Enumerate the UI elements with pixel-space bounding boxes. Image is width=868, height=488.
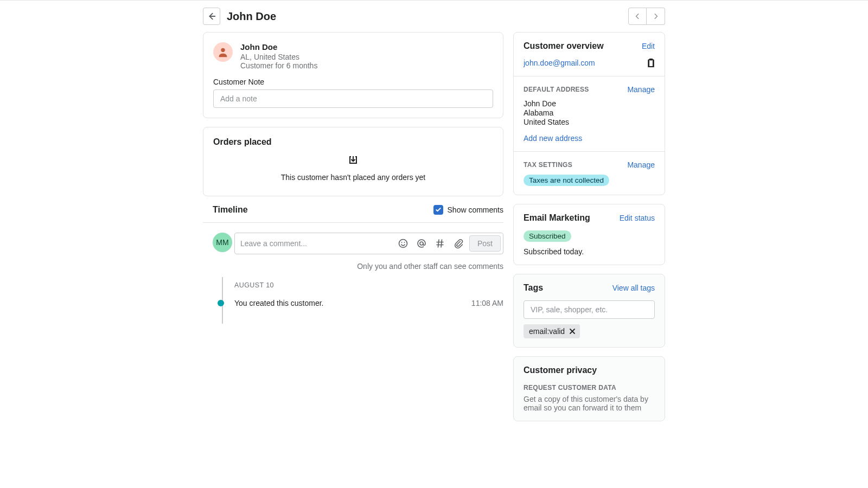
timeline-dot-icon: [218, 300, 224, 306]
tags-title: Tags: [524, 283, 543, 293]
customer-name: John Doe: [240, 42, 317, 52]
chevron-left-icon: [634, 12, 641, 20]
orders-empty-text: This customer hasn't placed any orders y…: [213, 173, 493, 182]
address-heading: DEFAULT ADDRESS: [524, 86, 589, 93]
tax-heading: TAX SETTINGS: [524, 161, 572, 169]
marketing-badge: Subscribed: [524, 230, 571, 242]
chevron-right-icon: [652, 12, 660, 20]
svg-rect-6: [650, 59, 653, 61]
timeline-item: You created this customer. 11:08 AM: [218, 299, 503, 307]
timeline-title: Timeline: [213, 205, 248, 215]
marketing-edit-link[interactable]: Edit status: [620, 214, 655, 222]
prev-button[interactable]: [628, 8, 647, 25]
svg-point-1: [399, 240, 407, 248]
clipboard-icon[interactable]: [647, 59, 655, 67]
show-comments-label: Show comments: [448, 206, 503, 214]
comment-box: Post: [234, 233, 503, 254]
overview-card: Customer overview Edit john.doe@gmail.co…: [513, 32, 665, 195]
timeline-date: AUGUST 10: [234, 281, 503, 289]
timeline-item-text: You created this customer.: [234, 299, 471, 307]
privacy-card: Customer privacy REQUEST CUSTOMER DATA G…: [513, 356, 665, 421]
post-button[interactable]: Post: [469, 235, 501, 252]
overview-edit-link[interactable]: Edit: [642, 42, 655, 50]
back-button[interactable]: [203, 8, 220, 25]
remove-tag-button[interactable]: [569, 328, 576, 335]
customer-location: AL, United States: [240, 53, 317, 61]
note-input[interactable]: [213, 89, 493, 108]
close-icon: [569, 328, 576, 335]
avatar: [213, 42, 233, 62]
svg-point-0: [221, 48, 225, 52]
tax-manage-link[interactable]: Manage: [627, 160, 655, 169]
overview-title: Customer overview: [524, 41, 604, 51]
orders-title: Orders placed: [213, 137, 493, 147]
svg-point-2: [401, 242, 403, 243]
note-label: Customer Note: [213, 78, 493, 86]
timeline-section: Timeline Show comments MM: [203, 205, 503, 307]
profile-card: John Doe AL, United States Customer for …: [203, 32, 503, 118]
page-title: John Doe: [227, 10, 276, 23]
emoji-icon[interactable]: [395, 236, 411, 251]
show-comments-toggle[interactable]: Show comments: [433, 205, 503, 215]
arrow-left-icon: [207, 11, 216, 21]
marketing-card: Email Marketing Edit status Subscribed S…: [513, 204, 665, 265]
marketing-note: Subscribed today.: [524, 247, 655, 256]
tag-label: email:valid: [529, 327, 565, 336]
address-line: United States: [524, 118, 655, 126]
svg-point-3: [404, 242, 405, 243]
inbox-icon: [213, 155, 493, 165]
orders-card: Orders placed This customer hasn't place…: [203, 127, 503, 196]
marketing-title: Email Marketing: [524, 213, 590, 223]
checkbox-checked-icon: [433, 205, 443, 215]
comment-input[interactable]: [240, 239, 392, 248]
view-all-tags-link[interactable]: View all tags: [612, 284, 655, 292]
address-line: John Doe: [524, 99, 655, 108]
tax-badge: Taxes are not collected: [524, 175, 609, 186]
address-manage-link[interactable]: Manage: [627, 85, 655, 94]
tags-card: Tags View all tags email:valid: [513, 274, 665, 348]
privacy-request-heading: REQUEST CUSTOMER DATA: [524, 384, 655, 391]
svg-point-4: [420, 242, 423, 245]
timeline-item-time: 11:08 AM: [471, 299, 503, 307]
attachment-icon[interactable]: [451, 236, 466, 251]
address-line: Alabama: [524, 108, 655, 117]
tag-chip: email:valid: [524, 324, 580, 338]
customer-tenure: Customer for 6 months: [240, 61, 317, 70]
comment-visibility-note: Only you and other staff can see comment…: [234, 262, 503, 271]
staff-avatar: MM: [213, 233, 232, 252]
privacy-request-text: Get a copy of this customer's data by em…: [524, 395, 655, 412]
tags-input[interactable]: [524, 300, 655, 319]
hashtag-icon[interactable]: [432, 236, 448, 251]
pager-nav: [628, 8, 665, 25]
customer-email[interactable]: john.doe@gmail.com: [524, 59, 595, 67]
add-address-link[interactable]: Add new address: [524, 134, 582, 143]
mention-icon[interactable]: [414, 236, 429, 251]
privacy-title: Customer privacy: [524, 365, 655, 375]
next-button[interactable]: [647, 8, 665, 25]
